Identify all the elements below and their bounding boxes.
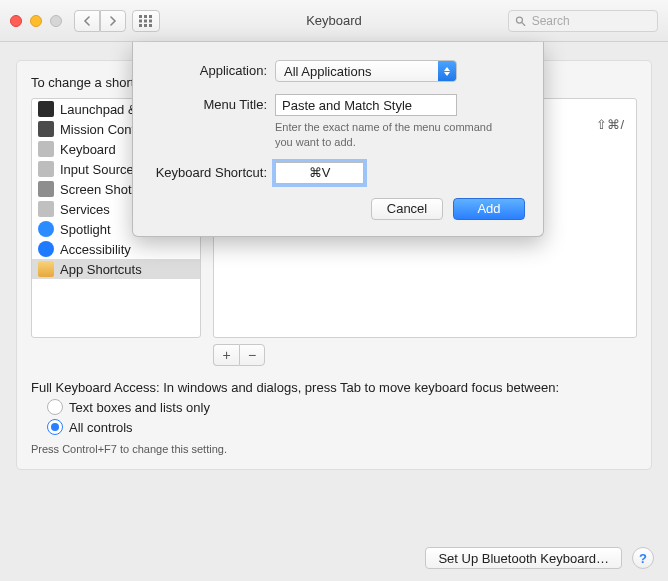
spotlight-icon <box>38 221 54 237</box>
show-all-button[interactable] <box>132 10 160 32</box>
add-button[interactable]: Add <box>453 198 525 220</box>
keyboard-icon <box>38 141 54 157</box>
search-icon <box>515 15 526 27</box>
search-input[interactable] <box>530 13 651 29</box>
sidebar-item-label: Input Sources <box>60 162 140 177</box>
add-shortcut-button[interactable]: + <box>213 344 239 366</box>
menu-title-help: Enter the exact name of the menu command… <box>275 120 495 150</box>
shortcut-value: ⌘V <box>309 165 331 180</box>
mission-control-icon <box>38 121 54 137</box>
button-label: Set Up Bluetooth Keyboard… <box>438 551 609 566</box>
cancel-button[interactable]: Cancel <box>371 198 443 220</box>
window-controls <box>10 15 62 27</box>
accessibility-icon <box>38 241 54 257</box>
sidebar-item-accessibility[interactable]: Accessibility <box>32 239 200 259</box>
svg-rect-7 <box>144 24 147 27</box>
keyboard-shortcut-field[interactable]: ⌘V <box>275 162 364 184</box>
minus-icon: − <box>248 347 256 363</box>
close-window-button[interactable] <box>10 15 22 27</box>
menu-title-field[interactable]: Paste and Match Style <box>275 94 457 116</box>
title-bar: Keyboard <box>0 0 668 42</box>
svg-rect-2 <box>149 15 152 18</box>
menu-title-value: Paste and Match Style <box>282 98 412 113</box>
menu-title-label: Menu Title: <box>151 94 275 112</box>
sidebar-item-label: Spotlight <box>60 222 111 237</box>
chevron-left-icon <box>83 16 91 26</box>
application-popup[interactable]: All Applications <box>275 60 457 82</box>
help-icon: ? <box>639 551 647 566</box>
fka-hint: Press Control+F7 to change this setting. <box>31 443 637 455</box>
grid-icon <box>139 15 153 27</box>
radio-on-icon <box>47 419 63 435</box>
input-sources-icon <box>38 161 54 177</box>
sidebar-item-label: Keyboard <box>60 142 116 157</box>
forward-button[interactable] <box>100 10 126 32</box>
svg-rect-4 <box>144 19 147 22</box>
svg-line-10 <box>522 22 525 25</box>
displayed-shortcut: ⇧⌘/ <box>596 117 624 132</box>
sidebar-item-label: Services <box>60 202 110 217</box>
button-label: Add <box>477 201 500 216</box>
footer-bar: Set Up Bluetooth Keyboard… ? <box>14 547 654 569</box>
remove-shortcut-button[interactable]: − <box>239 344 265 366</box>
fka-option-label: All controls <box>69 420 133 435</box>
svg-rect-6 <box>139 24 142 27</box>
svg-rect-1 <box>144 15 147 18</box>
svg-rect-3 <box>139 19 142 22</box>
minimize-window-button[interactable] <box>30 15 42 27</box>
app-shortcuts-icon <box>38 261 54 277</box>
sidebar-item-label: App Shortcuts <box>60 262 142 277</box>
add-remove-buttons: + − <box>213 344 637 366</box>
button-label: Cancel <box>387 201 427 216</box>
screenshots-icon <box>38 181 54 197</box>
setup-bluetooth-keyboard-button[interactable]: Set Up Bluetooth Keyboard… <box>425 547 622 569</box>
full-keyboard-access-note: Full Keyboard Access: In windows and dia… <box>31 380 637 395</box>
svg-rect-5 <box>149 19 152 22</box>
services-icon <box>38 201 54 217</box>
help-button[interactable]: ? <box>632 547 654 569</box>
fka-option-text-lists[interactable]: Text boxes and lists only <box>47 399 637 415</box>
popup-arrows-icon <box>438 61 456 81</box>
application-selected: All Applications <box>284 64 371 79</box>
sidebar-item-label: Screen Shots <box>60 182 138 197</box>
keyboard-shortcut-label: Keyboard Shortcut: <box>151 162 275 180</box>
sidebar-item-app-shortcuts[interactable]: App Shortcuts <box>32 259 200 279</box>
add-shortcut-sheet: Application: All Applications Menu Title… <box>132 42 544 237</box>
chevron-right-icon <box>109 16 117 26</box>
nav-buttons <box>74 10 126 32</box>
application-label: Application: <box>151 60 275 78</box>
sidebar-item-label: Accessibility <box>60 242 131 257</box>
fka-option-all-controls[interactable]: All controls <box>47 419 637 435</box>
back-button[interactable] <box>74 10 100 32</box>
zoom-window-button <box>50 15 62 27</box>
svg-rect-8 <box>149 24 152 27</box>
svg-rect-0 <box>139 15 142 18</box>
plus-icon: + <box>222 347 230 363</box>
radio-off-icon <box>47 399 63 415</box>
launchpad-icon <box>38 101 54 117</box>
search-field-wrap[interactable] <box>508 10 658 32</box>
fka-option-label: Text boxes and lists only <box>69 400 210 415</box>
